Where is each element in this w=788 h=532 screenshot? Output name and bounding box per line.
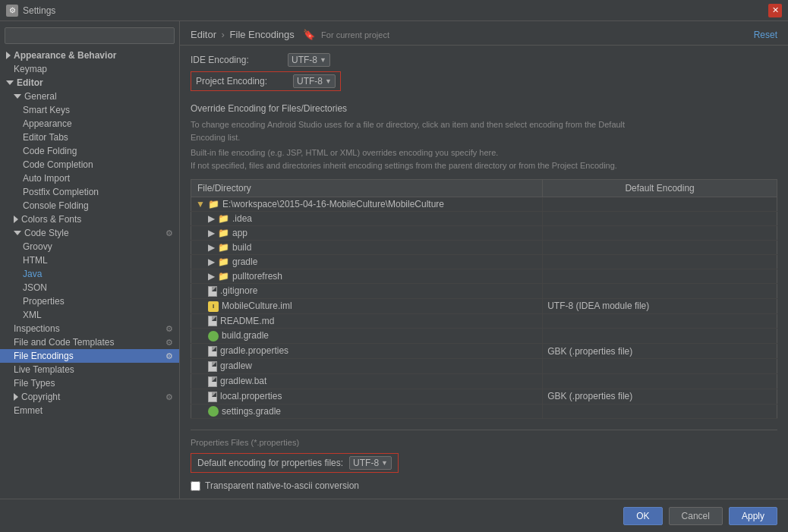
sidebar-item-keymap[interactable]: Keymap [0,62,179,76]
encoding-value [543,226,777,241]
expand-icon [14,231,21,235]
sidebar-item-smart-keys[interactable]: Smart Keys [0,103,179,117]
sidebar-item-json[interactable]: JSON [0,281,179,294]
table-row[interactable]: gradle.propertiesGBK (.properties file) [191,344,777,359]
sidebar-item-java[interactable]: Java [0,267,179,281]
window-title: Settings [23,5,764,16]
ide-encoding-row: IDE Encoding: UTF-8 ▼ [191,53,777,67]
table-row[interactable]: settings.gradle [191,404,777,419]
table-row[interactable]: ▶📁.idea [191,212,777,226]
folder-expand-icon: ▶ [208,242,215,253]
encoding-value [543,329,777,344]
sidebar-item-code-completion[interactable]: Code Completion [0,158,179,172]
file-name: README.md [220,316,274,326]
dropdown-arrow: ▼ [381,459,388,467]
folder-expand-icon: ▶ [208,213,215,224]
properties-encoding-label: Default encoding for properties files: [197,458,343,468]
sidebar-item-live-templates[interactable]: Live Templates [0,363,179,376]
dropdown-arrow: ▼ [320,56,326,64]
sidebar-item-copyright[interactable]: Copyright ⚙ [0,390,179,404]
file-icon [208,376,217,387]
sidebar-item-code-folding[interactable]: Code Folding [0,144,179,158]
transparent-checkbox-row: Transparent native-to-ascii conversion [191,480,777,491]
apply-button[interactable]: Apply [729,507,777,525]
content-area: Editor › File Encodings 🔖 For current pr… [180,21,788,499]
encoding-value [543,197,777,212]
file-name: settings.gradle [222,406,281,417]
properties-encoding-dropdown[interactable]: UTF-8 ▼ [349,456,392,470]
sidebar-item-editor-tabs[interactable]: Editor Tabs [0,131,179,144]
encoding-value [543,284,777,299]
gradle-icon [208,406,219,417]
folder-expand-icon: ▶ [208,271,215,282]
table-row[interactable]: IMobileCulture.imlUTF-8 (IDEA module fil… [191,298,777,313]
folder-icon: 📁 [218,213,229,224]
sidebar-item-inspections[interactable]: Inspections ⚙ [0,322,179,335]
sidebar-item-file-code-templates[interactable]: File and Code Templates ⚙ [0,335,179,349]
encoding-value [543,241,777,255]
sidebar-item-html[interactable]: HTML [0,253,179,267]
override-title: Override Encoding for Files/Directories [191,103,777,114]
sidebar-item-console-folding[interactable]: Console Folding [0,199,179,212]
breadcrumb-part2: File Encodings [230,29,295,40]
ide-encoding-dropdown[interactable]: UTF-8 ▼ [288,53,330,67]
table-row[interactable]: .gitignore [191,284,777,299]
encoding-value [543,255,777,269]
transparent-label: Transparent native-to-ascii conversion [205,480,359,491]
sidebar-item-postfix-completion[interactable]: Postfix Completion [0,185,179,199]
table-row[interactable]: gradlew [191,359,777,374]
folder-expand-icon: ▼ [196,199,205,209]
table-row[interactable]: ▶📁gradle [191,255,777,269]
file-name: .idea [232,213,252,224]
sidebar-item-colors-fonts[interactable]: Colors & Fonts [0,212,179,226]
sidebar-item-emmet[interactable]: Emmet [0,404,179,417]
table-row[interactable]: gradlew.bat [191,373,777,389]
file-name: gradlew.bat [220,376,266,386]
sidebar-item-auto-import[interactable]: Auto Import [0,172,179,185]
reset-button[interactable]: Reset [754,30,777,40]
breadcrumb-suffix: For current project [321,30,389,39]
sidebar-item-editor[interactable]: Editor [0,76,179,90]
sidebar-item-file-encodings[interactable]: File Encodings ⚙ [0,349,179,363]
content-header: Editor › File Encodings 🔖 For current pr… [180,21,788,46]
table-row[interactable]: ▶📁app [191,226,777,241]
sidebar-item-groovy[interactable]: Groovy [0,240,179,253]
table-row[interactable]: ▶📁build [191,241,777,255]
table-row[interactable]: README.md [191,313,777,329]
folder-icon: 📁 [208,199,219,209]
sidebar-item-appearance[interactable]: Appearance [0,117,179,131]
table-row[interactable]: ▶📁pulltorefresh [191,269,777,284]
sidebar-item-appearance-behavior[interactable]: Appearance & Behavior [0,49,179,62]
properties-encoding-highlight: Default encoding for properties files: U… [191,453,399,473]
table-row[interactable]: local.propertiesGBK (.properties file) [191,389,777,404]
file-directory-table: File/Directory Default Encoding ▼📁E:\wor… [191,179,777,419]
file-name: gradlew [220,360,252,371]
sidebar-item-properties[interactable]: Properties [0,294,179,308]
iml-icon: I [208,301,219,312]
project-encoding-dropdown[interactable]: UTF-8 ▼ [293,74,336,88]
close-button[interactable]: ✕ [768,4,782,17]
project-encoding-highlight: Project Encoding: UTF-8 ▼ [191,71,341,91]
table-row[interactable]: build.gradle [191,329,777,344]
search-input[interactable] [5,27,175,44]
properties-section: Properties Files (*.properties) Default … [191,430,777,491]
file-icon [208,346,217,357]
sidebar-item-xml[interactable]: XML [0,308,179,322]
col-default-encoding: Default Encoding [543,180,777,197]
ok-button[interactable]: OK [623,507,662,525]
table-row[interactable]: ▼📁E:\workspace\2015-04-16-MobileCulture\… [191,197,777,212]
properties-encoding-wrapper: Default encoding for properties files: U… [191,453,777,491]
sidebar-item-code-style[interactable]: Code Style ⚙ [0,226,179,240]
expand-icon [6,80,14,85]
file-icon [208,361,217,372]
folder-icon: 📁 [218,271,229,282]
cancel-button[interactable]: Cancel [669,507,723,525]
sidebar-item-file-types[interactable]: File Types [0,376,179,390]
sidebar-item-general[interactable]: General [0,90,179,103]
transparent-checkbox[interactable] [191,481,200,491]
file-name: app [232,228,247,238]
expand-icon [14,216,18,223]
file-name: gradle [232,257,257,267]
folder-icon: 📁 [218,228,229,238]
encoding-value [543,373,777,389]
